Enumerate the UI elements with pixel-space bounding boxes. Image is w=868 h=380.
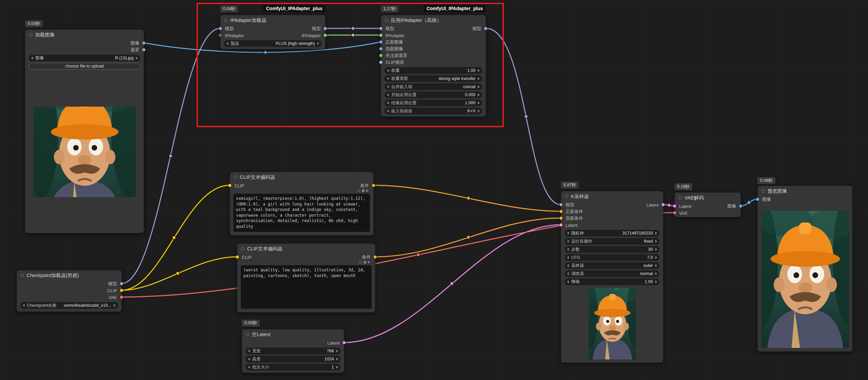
combine-embeds-widget[interactable]: 合并嵌入组 concat bbox=[384, 83, 482, 90]
collapse-icon[interactable] bbox=[224, 19, 228, 22]
model-output-port[interactable] bbox=[120, 282, 123, 286]
collapse-icon[interactable] bbox=[385, 19, 388, 22]
latent-input-port[interactable] bbox=[559, 223, 563, 227]
ipadapter-input-port[interactable] bbox=[379, 33, 383, 37]
negative-image-input-port[interactable] bbox=[379, 47, 383, 51]
collapse-icon[interactable] bbox=[246, 333, 249, 336]
attn-mask-input-port[interactable] bbox=[379, 54, 383, 57]
decrement-icon[interactable] bbox=[387, 93, 389, 96]
model-input-port[interactable] bbox=[379, 27, 383, 30]
speaker-icon[interactable] bbox=[368, 261, 370, 264]
node-ipadapter-loader[interactable]: IPAdapter加载器 模型 模型 IPAdapter IPAdapter 预… bbox=[220, 15, 325, 49]
collapse-icon[interactable] bbox=[678, 196, 682, 199]
height-widget[interactable]: 高度 1024 bbox=[245, 356, 341, 362]
decrement-icon[interactable] bbox=[248, 350, 250, 352]
next-arrow-icon[interactable] bbox=[655, 264, 657, 267]
checkbox-icon[interactable] bbox=[364, 261, 366, 264]
next-arrow-icon[interactable] bbox=[655, 240, 657, 243]
node-clip-encode-positive[interactable]: CLIP文本编码器 CLIP 条件 xxmixgirl, (masterpiec… bbox=[230, 172, 374, 236]
node-load-image[interactable]: 加载图像 图像 遮罩 图像 R (13).jpg choose file to … bbox=[25, 29, 144, 233]
decrement-icon[interactable] bbox=[567, 248, 569, 251]
node-preview-image[interactable]: 预览图像 图像 bbox=[757, 186, 852, 352]
scheduler-widget[interactable]: 调度器 normal bbox=[565, 270, 660, 277]
positive-cond-input-port[interactable] bbox=[559, 210, 563, 213]
decrement-icon[interactable] bbox=[248, 358, 250, 360]
latent-output-port[interactable] bbox=[661, 203, 665, 207]
prev-arrow-icon[interactable] bbox=[567, 264, 569, 267]
increment-icon[interactable] bbox=[655, 232, 657, 235]
increment-icon[interactable] bbox=[336, 350, 338, 352]
sampler-widget[interactable]: 采样器 euler bbox=[565, 262, 660, 269]
node-vae-decode[interactable]: VAE解码 Latent 图像 VAE bbox=[674, 192, 741, 217]
increment-icon[interactable] bbox=[478, 69, 480, 72]
increment-icon[interactable] bbox=[336, 366, 338, 369]
image-input-port[interactable] bbox=[756, 197, 759, 201]
clip-input-port[interactable] bbox=[235, 255, 239, 259]
speaker-icon[interactable] bbox=[366, 189, 369, 192]
steps-widget[interactable]: 步数 30 bbox=[565, 246, 660, 253]
textarea-toolbar[interactable] bbox=[357, 189, 369, 192]
prev-arrow-icon[interactable] bbox=[23, 304, 25, 307]
latent-input-port[interactable] bbox=[673, 204, 676, 208]
node-ksampler[interactable]: K采样器 模型 Latent 正面条件 负面条件 Latent 随机种 3171… bbox=[561, 191, 663, 363]
checkpoint-name-widget[interactable]: Checkpoint名称 xxmix9realisticsdxl_v10... bbox=[20, 302, 118, 309]
pin-icon[interactable] bbox=[357, 189, 360, 192]
node-header[interactable]: 加载图像 bbox=[25, 30, 144, 40]
collapse-icon[interactable] bbox=[234, 175, 237, 179]
node-header[interactable]: VAE解码 bbox=[675, 193, 741, 203]
conditioning-output-port[interactable] bbox=[373, 255, 377, 259]
clip-vision-input-port[interactable] bbox=[379, 60, 383, 64]
next-arrow-icon[interactable] bbox=[655, 272, 657, 275]
increment-icon[interactable] bbox=[655, 280, 657, 283]
vae-input-port[interactable] bbox=[673, 211, 676, 215]
decrement-icon[interactable] bbox=[387, 69, 389, 72]
increment-icon[interactable] bbox=[478, 102, 480, 104]
prev-arrow-icon[interactable] bbox=[387, 77, 389, 80]
decrement-icon[interactable] bbox=[248, 366, 250, 369]
increment-icon[interactable] bbox=[655, 248, 657, 251]
node-header[interactable]: K采样器 bbox=[561, 191, 663, 201]
decrement-icon[interactable] bbox=[387, 102, 389, 104]
model-output-port[interactable] bbox=[484, 27, 488, 30]
weight-type-widget[interactable]: 权重类型 strong style transfer bbox=[384, 75, 482, 82]
mask-output-port[interactable] bbox=[142, 48, 146, 52]
collapse-icon[interactable] bbox=[761, 189, 765, 193]
next-arrow-icon[interactable] bbox=[136, 57, 138, 59]
image-output-port[interactable] bbox=[739, 204, 743, 208]
decrement-icon[interactable] bbox=[567, 232, 569, 235]
positive-image-input-port[interactable] bbox=[379, 40, 383, 44]
next-arrow-icon[interactable] bbox=[478, 110, 480, 112]
collapse-icon[interactable] bbox=[21, 274, 24, 277]
node-header[interactable]: 应用IPAdapter（高级） bbox=[381, 15, 486, 25]
next-arrow-icon[interactable] bbox=[478, 77, 480, 80]
weight-widget[interactable]: 权重 1.00 bbox=[384, 67, 482, 74]
seed-widget[interactable]: 随机种 3171497180233 bbox=[565, 230, 660, 237]
negative-prompt-textarea[interactable]: (worst quality, low quality, illustratio… bbox=[241, 265, 372, 309]
control-after-generate-widget[interactable]: 运行后操作 fixed bbox=[565, 238, 660, 245]
node-graph-canvas[interactable]: 0.00秒 0.04秒 1.17秒 0.00秒 5.87秒 0.19秒 0.06… bbox=[0, 0, 868, 380]
ipadapter-output-port[interactable] bbox=[323, 33, 327, 37]
denoise-widget[interactable]: 降噪 1.00 bbox=[565, 278, 660, 285]
increment-icon[interactable] bbox=[336, 358, 338, 360]
image-output-port[interactable] bbox=[142, 41, 146, 45]
upload-button[interactable]: choose file to upload bbox=[29, 63, 140, 70]
clip-input-port[interactable] bbox=[228, 184, 232, 187]
prev-arrow-icon[interactable] bbox=[31, 57, 33, 59]
width-widget[interactable]: 宽度 768 bbox=[245, 348, 341, 354]
increment-icon[interactable] bbox=[478, 93, 480, 96]
node-header[interactable]: 空Latent bbox=[242, 329, 344, 340]
prev-arrow-icon[interactable] bbox=[567, 272, 569, 275]
checkbox-icon[interactable] bbox=[362, 189, 365, 192]
next-arrow-icon[interactable] bbox=[317, 42, 319, 45]
increment-icon[interactable] bbox=[655, 256, 657, 259]
start-at-widget[interactable]: 开始应用位置 0.000 bbox=[384, 91, 482, 98]
collapse-icon[interactable] bbox=[565, 195, 568, 198]
latent-output-port[interactable] bbox=[342, 341, 346, 345]
batch-size-widget[interactable]: 批次大小 1 bbox=[245, 364, 341, 371]
node-header[interactable]: CLIP文本编码器 bbox=[237, 244, 375, 254]
node-empty-latent[interactable]: 空Latent Latent 宽度 768 高度 1024 批次大小 1 bbox=[242, 329, 344, 373]
image-filename-widget[interactable]: 图像 R (13).jpg bbox=[29, 55, 140, 61]
node-header[interactable]: CLIP文本编码器 bbox=[230, 172, 373, 182]
preset-widget[interactable]: 预设 PLUS (high strength) bbox=[224, 40, 322, 47]
next-arrow-icon[interactable] bbox=[478, 85, 480, 88]
